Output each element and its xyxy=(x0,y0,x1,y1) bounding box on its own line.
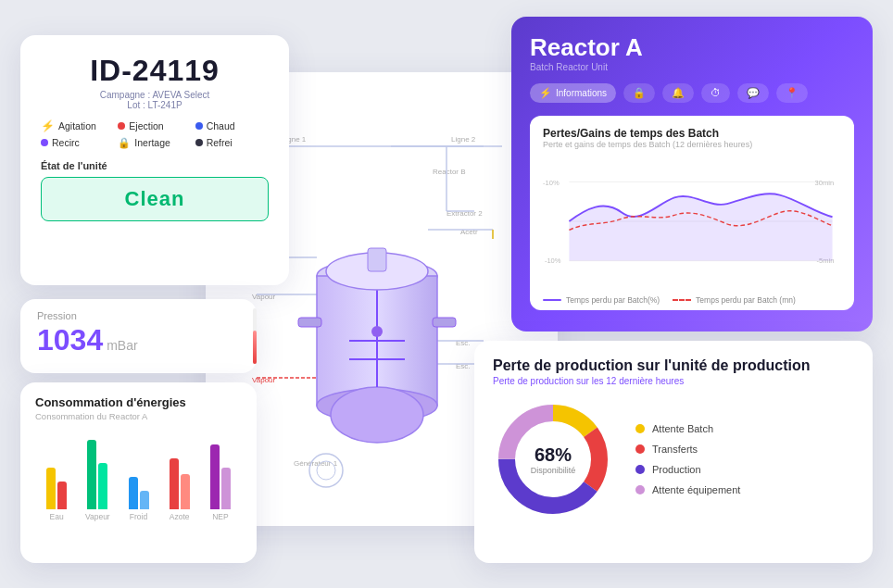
donut-chart: 68% Disponibilité xyxy=(493,399,613,519)
pression-card: Pression 1034 mBar xyxy=(20,299,257,373)
bar-label: NEP xyxy=(212,512,228,521)
bar-segment xyxy=(170,458,179,509)
bar-chart: EauVapeurFroidAzoteNEP xyxy=(35,429,242,521)
main-scene: Ligne 1 Ligne 2 Reactor B Extractor 2 Ac… xyxy=(20,17,873,572)
reactor-title: Reactor A xyxy=(530,33,854,62)
clean-badge: Clean xyxy=(41,177,269,221)
chart-sub: Perte et gains de temps des Batch (12 de… xyxy=(543,140,841,149)
legend-percent: Temps perdu par Batch(%) xyxy=(543,295,660,305)
bolt-tab-icon: ⚡ xyxy=(539,87,552,99)
pression-number: 1034 xyxy=(37,323,103,357)
bar-group-eau: Eau xyxy=(39,426,74,521)
production-card: Perte de production sur l'unité de produ… xyxy=(474,341,873,563)
tab-pin[interactable]: 📍 xyxy=(776,83,808,103)
legend-production: Production xyxy=(635,464,740,475)
bar-label: Vapeur xyxy=(85,512,110,521)
svg-point-26 xyxy=(331,387,423,443)
refrei-icon xyxy=(195,139,203,146)
svg-text:Reactor B: Reactor B xyxy=(433,168,466,176)
bar-segment xyxy=(57,482,67,509)
batch-chart-area: Pertes/Gains de temps des Batch Perte et… xyxy=(530,116,854,310)
svg-text:30min: 30min xyxy=(815,179,835,187)
bar-segment xyxy=(181,474,190,509)
tab-lock[interactable]: 🔒 xyxy=(623,83,655,103)
lock-tab-icon: 🔒 xyxy=(633,87,646,99)
reactor-card: Reactor A Batch Reactor Unit ⚡ Informati… xyxy=(511,17,873,332)
chart-title: Pertes/Gains de temps des Batch xyxy=(543,127,841,140)
bar-segment xyxy=(46,468,56,509)
chat-tab-icon: 💬 xyxy=(747,87,760,99)
feature-recirc: Recirc xyxy=(41,137,114,149)
pin-tab-icon: 📍 xyxy=(786,87,799,99)
legend-min: Temps perdu par Batch (mn) xyxy=(673,295,796,305)
donut-center: 68% Disponibilité xyxy=(531,444,576,474)
bar-label: Froid xyxy=(130,512,147,521)
bell-tab-icon: 🔔 xyxy=(672,87,685,99)
svg-text:Ligne 2: Ligne 2 xyxy=(451,135,476,144)
id-card: ID-24119 Campagne : AVEVA Select Lot : L… xyxy=(20,35,289,285)
feature-ejection: Ejection xyxy=(118,119,191,132)
feature-inertage: 🔒 Inertage xyxy=(118,137,191,149)
tab-bell[interactable]: 🔔 xyxy=(662,83,694,103)
legend-attente-equipement: Attente équipement xyxy=(635,484,740,495)
features-grid: ⚡ Agitation Ejection Chaud Recirc 🔒 Iner… xyxy=(41,119,269,149)
bar-segment xyxy=(210,444,220,509)
prod-legend: Attente Batch Transferts Production Atte… xyxy=(635,423,740,495)
bar-segment xyxy=(87,440,96,509)
feature-refrei: Refrei xyxy=(195,137,269,149)
chart-legend: Temps perdu par Batch(%) Temps perdu par… xyxy=(543,295,841,305)
legend-line-purple xyxy=(543,299,561,301)
legend-attente-batch: Attente Batch xyxy=(635,423,740,434)
dot-attente-equipement xyxy=(635,485,645,494)
svg-point-30 xyxy=(371,326,383,337)
legend-percent-label: Temps perdu par Batch(%) xyxy=(566,295,660,305)
donut-label: Disponibilité xyxy=(531,465,576,474)
campaign-label: Campagne : AVEVA Select xyxy=(41,90,269,100)
label-production: Production xyxy=(652,464,701,475)
reactor-tabs: ⚡ Informations 🔒 🔔 ⏱ 💬 📍 xyxy=(530,83,854,103)
label-attente-equipement: Attente équipement xyxy=(652,484,740,495)
bar-group-froid: Froid xyxy=(120,426,156,521)
tab-chat[interactable]: 💬 xyxy=(737,83,769,103)
label-transferts: Transferts xyxy=(652,444,698,455)
feature-agitation: ⚡ Agitation xyxy=(41,119,114,132)
pression-unit: mBar xyxy=(107,338,137,353)
etat-label: État de l'unité xyxy=(41,160,269,171)
dot-production xyxy=(635,465,645,474)
bar-segment xyxy=(221,468,231,509)
svg-text:-10%: -10% xyxy=(545,256,561,264)
bar-label: Eau xyxy=(50,512,64,521)
energy-card: Consommation d'énergies Consommation du … xyxy=(20,382,257,563)
prod-sub: Perte de production sur les 12 dernière … xyxy=(493,376,854,386)
label-attente-batch: Attente Batch xyxy=(652,423,713,434)
energy-sub: Consommation du Reactor A xyxy=(35,411,242,421)
bar-segment xyxy=(98,463,107,509)
dot-attente-batch xyxy=(635,424,645,433)
ejection-icon xyxy=(118,122,125,130)
dot-transferts xyxy=(635,444,645,454)
prod-content: 68% Disponibilité Attente Batch Transfer… xyxy=(493,399,854,519)
bar-group-vapeur: Vapeur xyxy=(80,426,115,521)
bar-segment xyxy=(140,491,149,509)
donut-percent: 68% xyxy=(531,444,576,465)
lot-label: Lot : LT-241P xyxy=(41,100,269,110)
tab-informations[interactable]: ⚡ Informations xyxy=(530,83,616,103)
lock-icon: 🔒 xyxy=(118,137,131,149)
energy-title: Consommation d'énergies xyxy=(35,395,242,409)
recirc-icon xyxy=(41,139,48,146)
tab-informations-label: Informations xyxy=(556,88,607,98)
bar-label: Azote xyxy=(170,512,190,521)
svg-rect-32 xyxy=(298,318,321,327)
pression-value: 1034 mBar xyxy=(37,323,240,357)
pression-bar xyxy=(253,308,257,364)
bar-segment xyxy=(129,477,138,509)
svg-rect-33 xyxy=(433,318,456,327)
prod-title: Perte de production sur l'unité de produ… xyxy=(493,357,854,374)
svg-text:-10%: -10% xyxy=(543,179,560,187)
pression-bar-fill xyxy=(253,331,257,364)
bar-group-nep: NEP xyxy=(203,426,238,521)
feature-chaud: Chaud xyxy=(195,119,269,132)
svg-rect-34 xyxy=(368,248,386,271)
tab-timer[interactable]: ⏱ xyxy=(701,83,730,103)
id-title: ID-24119 xyxy=(41,54,269,88)
